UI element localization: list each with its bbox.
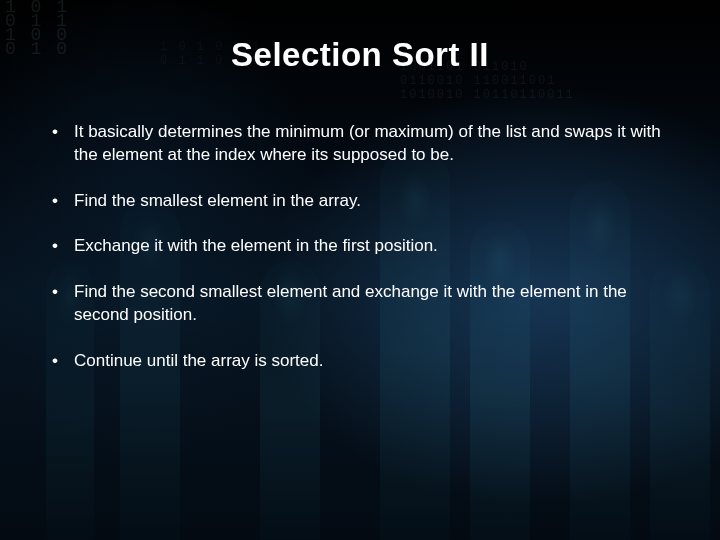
list-item: Exchange it with the element in the firs… <box>48 234 672 257</box>
bullet-list: It basically determines the minimum (or … <box>48 120 672 372</box>
list-item: Find the second smallest element and exc… <box>48 280 672 327</box>
bullet-text: Exchange it with the element in the firs… <box>74 236 438 255</box>
bullet-text: Find the smallest element in the array. <box>74 191 361 210</box>
bullet-text: Find the second smallest element and exc… <box>74 282 627 324</box>
list-item: It basically determines the minimum (or … <box>48 120 672 167</box>
list-item: Find the smallest element in the array. <box>48 189 672 212</box>
slide-title: Selection Sort II <box>48 36 672 74</box>
list-item: Continue until the array is sorted. <box>48 349 672 372</box>
slide: Selection Sort II It basically determine… <box>0 0 720 540</box>
bullet-text: Continue until the array is sorted. <box>74 351 323 370</box>
bullet-text: It basically determines the minimum (or … <box>74 122 661 164</box>
